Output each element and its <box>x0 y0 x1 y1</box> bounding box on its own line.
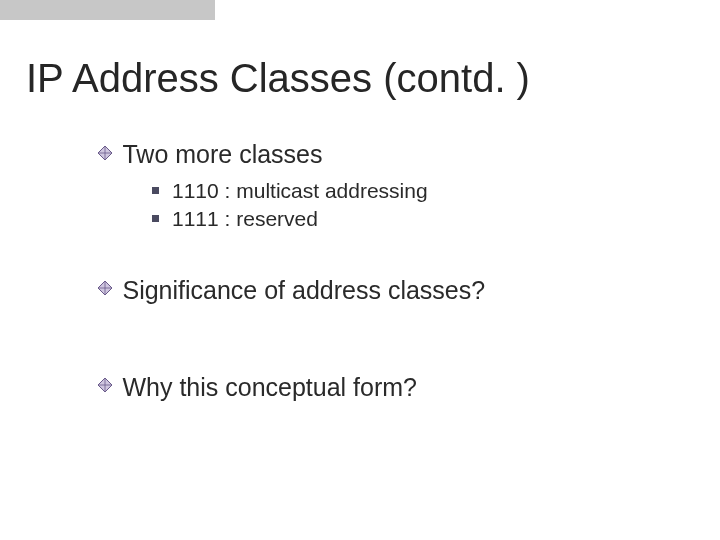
bullet-item-2: Significance of address classes? <box>98 276 658 305</box>
sub-list-1: 1110 : multicast addressing 1111 : reser… <box>152 177 658 234</box>
sub-item: 1111 : reserved <box>152 205 658 233</box>
sub-item-text: 1111 : reserved <box>172 207 318 230</box>
spacer <box>98 313 658 373</box>
slide-content: Two more classes 1110 : multicast addres… <box>98 140 658 410</box>
square-bullet-icon <box>152 187 159 194</box>
square-bullet-icon <box>152 215 159 222</box>
slide-title: IP Address Classes (contd. ) <box>26 56 530 101</box>
bullet-text: Why this conceptual form? <box>122 373 417 401</box>
header-accent-bar <box>0 0 215 20</box>
spacer <box>98 248 658 276</box>
bullet-item-1: Two more classes <box>98 140 658 169</box>
diamond-bullet-icon <box>98 281 112 295</box>
bullet-text: Two more classes <box>122 140 322 168</box>
sub-item: 1110 : multicast addressing <box>152 177 658 205</box>
diamond-bullet-icon <box>98 378 112 392</box>
slide: IP Address Classes (contd. ) Two more cl… <box>0 0 720 540</box>
bullet-text: Significance of address classes? <box>122 276 485 304</box>
bullet-item-3: Why this conceptual form? <box>98 373 658 402</box>
sub-item-text: 1110 : multicast addressing <box>172 179 428 202</box>
diamond-bullet-icon <box>98 146 112 160</box>
